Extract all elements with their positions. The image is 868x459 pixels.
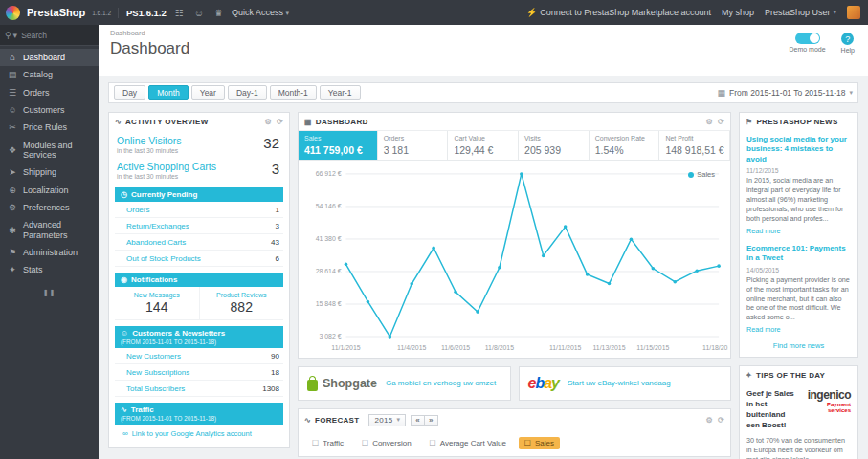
ebay-logo-letter: b [535,375,544,391]
user-menu[interactable]: PrestaShop User ▾ [765,8,836,17]
sidebar-item[interactable]: ✱ Advanced Parameters [0,216,99,244]
date-filter-button[interactable]: Year-1 [320,85,361,100]
checkbox-icon: ☐ [312,439,319,448]
sidebar-item[interactable]: ✂ Price Rules [0,119,99,136]
sidebar-item[interactable]: ⚑ Administration [0,244,99,261]
active-carts-metric: Active Shopping Carts in the last 30 min… [109,156,289,182]
date-range-picker[interactable]: ▦ From 2015-11-01 To 2015-11-18 ▾ [718,88,853,98]
kpi-stat-cell[interactable]: Orders 3 181 [378,131,449,160]
news-headline-link[interactable]: Using social media for your business: 4 … [746,135,851,164]
chip-label: Conversion [372,439,411,448]
date-filter-button[interactable]: Month-1 [270,85,317,100]
ebay-link[interactable]: Start uw eBay-winkel vandaag [568,379,671,388]
customers-row[interactable]: Total Subscribers 1308 [115,381,283,397]
sidebar-item[interactable]: ⊕ Localization [0,182,99,199]
refresh-icon[interactable]: ⟳ [277,118,283,126]
logo-text: PrestaShop [27,7,85,18]
row-value: 3 [276,222,279,230]
quick-access-menu[interactable]: Quick Access ▾ [232,8,289,17]
cart-topbar-icon[interactable]: ☷ [173,8,186,18]
shop-name[interactable]: PS1.6.1.2 [118,8,167,18]
sidebar-item[interactable]: ▤ Catalog [0,66,99,83]
sidebar-item[interactable]: ⌂ Dashboard [0,49,99,66]
pending-row[interactable]: Out of Stock Products 6 [115,251,283,267]
kpi-stat-cell[interactable]: Cart Value 129,44 € [448,131,519,160]
search-input[interactable] [21,31,94,40]
forecast-metric-chip[interactable]: ☐ Traffic [306,437,349,449]
marketplace-link[interactable]: ⚡Connect to PrestaShop Marketplace accou… [526,8,711,17]
kpi-stat-cell[interactable]: Sales 411 759,00 € [299,131,378,160]
dashboard-icon: ⌂ [8,53,17,62]
sidebar-item[interactable]: ☰ Orders [0,84,99,101]
customers-row[interactable]: New Subscriptions 18 [115,364,283,381]
user-avatar[interactable] [847,6,860,19]
news-excerpt: Picking a payment provider is one of the… [746,275,851,323]
demo-mode-toggle[interactable] [795,33,820,44]
marketplace-icon: ⚡ [526,8,537,17]
forecast-year-select[interactable]: 2015▾ [368,414,406,426]
section-subtitle: (FROM 2015-11-01 TO 2015-11-18) [121,339,278,345]
sidebar: ⚲ ▾ ⌂ Dashboard ▤ Catalog ☰ Orders ☺ Cus… [0,25,99,459]
sidebar-item[interactable]: ✦ Stats [0,261,99,278]
kpi-stat-cell[interactable]: Net Profit 148 918,51 € [659,131,730,160]
kpi-stat-cell[interactable]: Visits 205 939 [519,131,590,160]
demo-mode-label: Demo mode [789,46,825,53]
pending-row[interactable]: Return/Exchanges 3 [115,218,283,234]
gear-icon[interactable]: ⚙ [706,118,713,126]
page-title: Dashboard [110,39,857,58]
notification-cell[interactable]: New Messages 144 [115,287,199,319]
date-filter-button[interactable]: Day [114,85,145,100]
news-headline-link[interactable]: Ecommerce 101: Payments in a Tweet [746,244,851,264]
date-filter-button[interactable]: Year [191,85,225,100]
help-icon[interactable]: ? [841,33,854,45]
forecast-metric-chip[interactable]: ☐ Conversion [356,437,417,449]
find-more-news-link[interactable]: Find more news [740,338,857,357]
gear-icon[interactable]: ⚙ [706,416,713,425]
online-visitors-link[interactable]: Online Visitors [117,135,281,146]
date-filter-button[interactable]: Day-1 [228,85,267,100]
google-analytics-link[interactable]: ∞ Link to your Google Analytics account [115,429,283,438]
ebay-logo-letter: a [544,375,551,391]
active-carts-link[interactable]: Active Shopping Carts [117,161,281,172]
sidebar-item[interactable]: ❖ Modules and Services [0,137,99,164]
traffic-icon: ∿ [121,405,127,414]
search-icon: ⚲ [5,31,11,40]
next-icon[interactable]: » [424,416,437,425]
sidebar-item[interactable]: ☺ Customers [0,101,99,119]
sidebar-item-label: Customers [23,105,65,115]
pending-row[interactable]: Orders 1 [115,202,283,218]
breadcrumb[interactable]: Dashboard [110,29,857,37]
link-icon: ∞ [122,429,128,438]
sidebar-item[interactable]: ⚙ Preferences [0,199,99,216]
collapse-sidebar-icon[interactable]: ❚❚ [0,279,99,306]
sidebar-item[interactable]: ➤ Shipping [0,164,99,181]
sidebar-item-label: Preferences [23,203,70,212]
notification-cell[interactable]: Product Reviews 882 [199,287,284,319]
refresh-icon[interactable]: ⟳ [718,118,724,126]
customers-row[interactable]: New Customers 90 [115,348,283,364]
forecast-metric-chip[interactable]: ☐ Sales [519,437,560,449]
kpi-stat-cell[interactable]: Conversion Rate 1.54% [590,131,660,160]
checkbox-icon: ☐ [430,439,436,448]
read-more-link[interactable]: Read more [746,227,781,235]
row-label: Total Subscribers [126,384,185,393]
shopgate-logo: Shopgate [307,376,377,391]
refresh-icon[interactable]: ⟳ [718,416,724,425]
help-label: Help [841,47,855,54]
notification-value: 882 [202,299,282,315]
read-more-link[interactable]: Read more [746,325,781,334]
trophy-topbar-icon[interactable]: ♛ [212,8,225,18]
my-shop-link[interactable]: My shop [722,8,754,17]
chevron-down-icon[interactable]: ▾ [13,31,18,40]
shopgate-link[interactable]: Ga mobiel en verhoog uw omzet [386,379,496,388]
ingenico-logo: ingenico Payment services [804,389,852,413]
profile-topbar-icon[interactable]: ☺ [192,8,206,18]
shopping-bag-icon [307,380,318,391]
gear-icon[interactable]: ⚙ [265,118,272,126]
pending-row[interactable]: Abandoned Carts 43 [115,234,283,251]
date-filter-button[interactable]: Month [148,85,189,100]
forecast-metric-chip[interactable]: ☐ Average Cart Value [424,437,512,449]
sidebar-item-label: Advanced Parameters [23,220,91,240]
chart-legend[interactable]: Sales [688,170,715,179]
prev-icon[interactable]: « [412,416,424,425]
